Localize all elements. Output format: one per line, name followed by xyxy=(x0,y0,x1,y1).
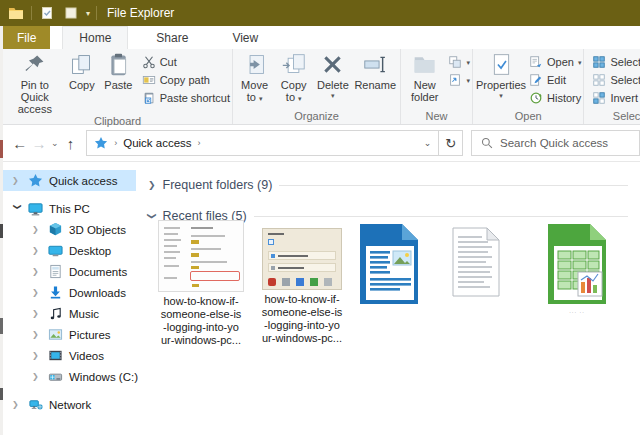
breadcrumb-separator-icon[interactable]: › xyxy=(198,138,201,148)
file-item[interactable]: how-to-know-if- someone-else-is -logging… xyxy=(255,220,349,345)
back-button[interactable]: ← xyxy=(10,135,29,152)
expander-icon[interactable]: ❯ xyxy=(32,309,42,318)
tab-share[interactable]: Share xyxy=(140,26,204,49)
new-folder-icon xyxy=(412,52,437,77)
group-label-open: Open xyxy=(475,110,581,124)
sidebar-item-videos[interactable]: ❯ Videos xyxy=(0,345,136,366)
3d-objects-icon xyxy=(48,222,63,237)
sidebar-item-pictures[interactable]: ❯ Pictures xyxy=(0,324,136,345)
expander-icon[interactable]: ❯ xyxy=(148,180,156,190)
copy-path-button[interactable]: Copy path xyxy=(142,71,230,89)
expander-icon[interactable]: ❯ xyxy=(32,267,42,276)
search-icon xyxy=(481,137,493,149)
sidebar-item-this-pc[interactable]: ❯ This PC xyxy=(0,198,136,219)
select-none-button[interactable]: Select none xyxy=(592,71,640,89)
copy-to-button[interactable]: Copy to ▾ xyxy=(274,49,313,103)
desktop-icon xyxy=(48,243,63,258)
open-button[interactable]: Open ▾ xyxy=(529,53,581,71)
paste-button[interactable]: Paste xyxy=(99,49,137,91)
quick-access-star-icon xyxy=(94,136,108,150)
address-dropdown-icon[interactable]: ⌄ xyxy=(424,138,432,148)
section-rule xyxy=(279,185,628,186)
expander-icon[interactable]: ❯ xyxy=(32,351,42,360)
cut-icon xyxy=(142,55,156,69)
invert-selection-icon xyxy=(592,91,606,105)
expander-icon[interactable]: ❯ xyxy=(32,246,42,255)
rename-button[interactable]: Rename xyxy=(352,49,398,91)
expander-icon[interactable]: ❯ xyxy=(32,288,42,297)
writer-document-icon xyxy=(356,220,422,308)
pictures-icon xyxy=(48,327,63,342)
dropdown-icon: ▾ xyxy=(466,77,470,84)
search-input[interactable] xyxy=(500,137,630,149)
properties-button[interactable]: Properties ▾ xyxy=(475,49,527,99)
file-item[interactable] xyxy=(444,226,508,301)
expander-icon[interactable]: ❯ xyxy=(12,400,22,409)
expander-icon[interactable]: ❯ xyxy=(32,225,42,234)
documents-icon xyxy=(48,264,63,279)
sidebar-item-quick-access[interactable]: ❯ Quick access xyxy=(0,170,136,191)
sidebar-item-documents[interactable]: ❯ Documents xyxy=(0,261,136,282)
qat-dropdown-icon[interactable]: ▾ xyxy=(86,9,90,18)
sidebar-item-music[interactable]: ❯ Music xyxy=(0,303,136,324)
group-label-new: New xyxy=(403,110,470,124)
file-item[interactable]: ··· ·· xyxy=(538,220,616,315)
select-all-button[interactable]: Select all xyxy=(592,53,640,71)
titlebar-separator xyxy=(31,6,32,20)
file-name: how-to-know-if- someone-else-is -logging… xyxy=(161,295,242,347)
history-icon xyxy=(529,91,543,105)
dropdown-icon: ▾ xyxy=(298,95,302,102)
file-item[interactable]: how-to-know-if- someone-else-is -logging… xyxy=(154,220,248,347)
network-icon xyxy=(28,397,43,412)
copy-to-icon xyxy=(281,52,306,77)
history-dropdown-icon[interactable]: ⌄ xyxy=(49,138,61,148)
qat-properties-icon[interactable] xyxy=(38,4,56,22)
expander-icon[interactable]: ❯ xyxy=(13,204,22,214)
expander-icon[interactable]: ❯ xyxy=(12,176,22,185)
sidebar-item-3d-objects[interactable]: ❯ 3D Objects xyxy=(0,219,136,240)
breadcrumb-quick-access[interactable]: Quick access xyxy=(123,137,191,149)
explorer-folder-icon xyxy=(7,4,25,22)
file-item[interactable] xyxy=(350,220,428,311)
new-folder-button[interactable]: New folder xyxy=(403,49,446,103)
easy-access-icon xyxy=(448,73,462,87)
move-to-icon xyxy=(242,52,267,77)
expander-icon[interactable]: ❯ xyxy=(32,330,42,339)
sidebar-item-network[interactable]: ❯ Network xyxy=(0,394,136,415)
pin-to-quick-access-button[interactable]: Pin to Quick access xyxy=(5,49,65,115)
ribbon-home: Pin to Quick access Copy Paste Cut xyxy=(0,49,640,125)
sidebar-item-downloads[interactable]: ❯ Downloads xyxy=(0,282,136,303)
tab-file[interactable]: File xyxy=(3,26,50,49)
refresh-button[interactable]: ↻ xyxy=(439,130,463,156)
edit-button[interactable]: Edit xyxy=(529,71,581,89)
properties-icon xyxy=(489,52,514,77)
invert-selection-button[interactable]: Invert selection xyxy=(592,89,640,107)
forward-button[interactable]: → xyxy=(29,135,48,152)
sidebar-item-windows-c[interactable]: ❯ Windows (C:) xyxy=(0,366,136,387)
tab-home[interactable]: Home xyxy=(62,26,128,49)
section-rule xyxy=(254,216,628,217)
search-box[interactable] xyxy=(471,130,640,156)
group-label-organize: Organize xyxy=(235,110,398,124)
group-label-clipboard: Clipboard xyxy=(5,115,230,129)
address-bar[interactable]: › Quick access › ⌄ xyxy=(86,130,439,156)
qat-new-folder-icon[interactable] xyxy=(62,4,80,22)
paste-shortcut-button[interactable]: Paste shortcut xyxy=(142,89,230,107)
titlebar-separator xyxy=(96,6,97,20)
breadcrumb-separator-icon: › xyxy=(114,138,117,148)
tab-view[interactable]: View xyxy=(216,26,274,49)
cut-button[interactable]: Cut xyxy=(142,53,230,71)
history-button[interactable]: History xyxy=(529,89,581,107)
copy-button[interactable]: Copy xyxy=(65,49,100,91)
sidebar-item-desktop[interactable]: ❯ Desktop xyxy=(0,240,136,261)
move-to-button[interactable]: Move to ▾ xyxy=(235,49,274,103)
easy-access-button[interactable]: ▾ xyxy=(448,71,470,89)
section-frequent-folders[interactable]: ❯ Frequent folders (9) xyxy=(148,175,632,195)
new-item-button[interactable]: ▾ xyxy=(448,53,470,71)
pin-icon xyxy=(22,52,47,77)
expander-icon[interactable]: ❯ xyxy=(147,212,157,220)
delete-button[interactable]: Delete ▾ xyxy=(313,49,352,99)
expander-icon[interactable]: ❯ xyxy=(32,372,42,381)
ribbon-group-open: Properties ▾ Open ▾ Edit Histo xyxy=(473,49,584,124)
up-button[interactable]: ↑ xyxy=(61,135,80,152)
